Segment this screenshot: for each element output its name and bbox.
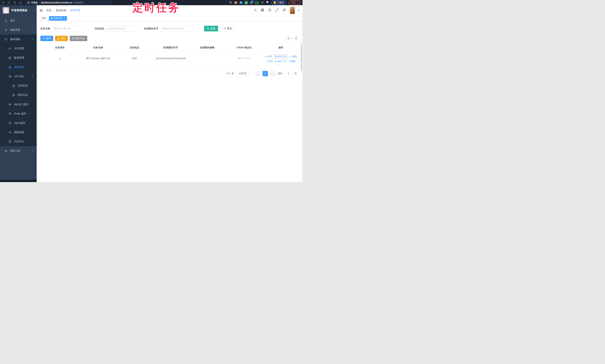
home-icon <box>4 19 7 22</box>
layers-icon <box>9 112 11 115</box>
bookmark-star-icon[interactable] <box>229 1 232 4</box>
delete-action[interactable]: 删除 <box>289 60 296 63</box>
sidebar-item-redis-monitor[interactable]: Redis 监控 <box>0 109 37 118</box>
reset-button[interactable]: 重置 <box>221 26 235 31</box>
page-number-1[interactable]: 1 <box>263 71 268 76</box>
monitor-cup-icon <box>9 122 11 124</box>
sidebar-item-log-center[interactable]: 日志中心 <box>0 137 37 146</box>
run-once-action[interactable]: 执行一次 <box>275 60 287 63</box>
job-name-input[interactable] <box>52 26 87 31</box>
job-status-cell: 开启 <box>117 56 152 61</box>
sidebar-item-home[interactable]: 首页 <box>0 16 37 25</box>
security-warning-icon <box>27 1 30 4</box>
browser-reload-icon[interactable] <box>13 1 16 4</box>
sidebar-item-error-log[interactable]: 错误日志 <box>0 91 37 100</box>
toggle-search-button[interactable] <box>286 36 291 41</box>
fullscreen-icon[interactable] <box>275 9 278 13</box>
extension-icon-grid[interactable] <box>250 1 253 4</box>
exec-log-action[interactable]: 执行日志 <box>274 54 288 59</box>
job-status-select[interactable]: 请选择任务状态 <box>106 26 141 31</box>
jobs-table: 任务编号 任务名称 任务状态 处理器的名字 处理器的参数 CRON 表达式 操作… <box>40 44 299 66</box>
sidebar-collapse-icon[interactable] <box>40 9 43 12</box>
exec-log-button[interactable]: 执行日志 <box>70 36 87 41</box>
detail-action[interactable]: 详细 <box>265 55 272 58</box>
tab-home[interactable]: 首页 <box>40 16 48 21</box>
url-bar[interactable]: 不安全 dashboard.yudao.iocoder.cn/infra/job <box>25 0 112 5</box>
extension-icon-blue[interactable] <box>240 1 242 4</box>
url-path: /infra/job <box>74 1 83 4</box>
page-size-select[interactable]: 10条/页 <box>236 71 253 76</box>
app-logo-row[interactable]: 芋道管理系统 <box>0 5 37 16</box>
tab-scheduled-jobs[interactable]: 定时任务 ✕ <box>49 16 67 21</box>
tab-label: 定时任务 <box>53 17 62 20</box>
chevron-down-icon <box>31 150 33 152</box>
download-icon <box>57 37 60 39</box>
add-button[interactable]: 新增 <box>40 36 53 41</box>
paused-label: 已暂停 <box>277 1 284 4</box>
extensions-puzzle-icon[interactable] <box>266 1 269 4</box>
breadcrumb-infra[interactable]: 基础设施 <box>56 9 66 12</box>
handler-param-cell <box>189 58 225 59</box>
sidebar-item-mysql-monitor[interactable]: MySQL 监控 <box>0 100 37 109</box>
handler-name-input[interactable] <box>160 26 195 31</box>
breadcrumb-home[interactable]: 首页 <box>46 9 52 12</box>
help-icon[interactable] <box>268 8 271 13</box>
col-cron: CRON 表达式 <box>225 45 263 50</box>
scrollbar-thumb[interactable] <box>301 43 302 71</box>
sidebar-item-access-log[interactable]: 访问日志 <box>0 81 37 91</box>
plus-icon <box>43 37 45 39</box>
job-name-cell: 用户 Session 超时 Job <box>79 56 117 61</box>
extension-on-badge[interactable]: on <box>255 1 259 4</box>
extension-icon-orange[interactable] <box>234 1 237 4</box>
export-button[interactable]: 导出 <box>55 36 68 41</box>
job-name-label: 任务名称 <box>40 27 50 30</box>
user-menu-caret-icon[interactable] <box>298 10 300 11</box>
font-size-icon[interactable] <box>282 9 286 12</box>
sidebar-item-label: 错误日志 <box>18 93 28 97</box>
profile-paused-badge[interactable]: 已暂停 <box>271 0 286 5</box>
pen-icon <box>290 55 292 57</box>
chrome-update-button[interactable]: 更新 <box>289 0 301 5</box>
pause-action[interactable]: 暂停 <box>266 60 273 63</box>
sidebar-item-config-manage[interactable]: 配置管理 <box>0 53 37 63</box>
browser-home-icon[interactable] <box>19 1 22 4</box>
browser-forward-icon[interactable] <box>8 1 10 4</box>
sidebar-item-java-monitor[interactable]: Java 监控 <box>0 118 37 128</box>
col-job-status: 任务状态 <box>117 45 152 50</box>
timer-icon <box>9 66 11 69</box>
extension-leaf-icon[interactable] <box>261 1 264 4</box>
next-page-button[interactable]: › <box>270 71 276 76</box>
sidebar-item-infra[interactable]: 基础设施 <box>0 35 37 44</box>
sidebar-item-system[interactable]: 系统管理 <box>0 25 37 35</box>
sidebar-item-trace[interactable]: 链路追踪 <box>0 128 37 137</box>
document-pen-icon <box>9 75 11 78</box>
extension-icon-green-v[interactable] <box>245 1 248 4</box>
document-pen-icon <box>12 94 15 97</box>
search-icon[interactable] <box>254 9 257 13</box>
app-logo <box>3 7 9 13</box>
browser-menu-kebab-icon[interactable] <box>298 1 298 4</box>
sidebar-item-scheduled-jobs[interactable]: 定时任务 <box>0 63 37 72</box>
sidebar-item-label: MySQL 监控 <box>14 103 28 106</box>
goto-page-input[interactable] <box>285 71 292 76</box>
sidebar-item-label: Redis 监控 <box>14 112 26 115</box>
prev-page-button[interactable]: ‹ <box>255 71 260 76</box>
github-icon[interactable] <box>261 8 264 13</box>
tags-view-bar: 首页 定时任务 ✕ <box>37 16 302 21</box>
handler-name-cell: sysUserSessionTimeoutJob <box>152 56 189 61</box>
chevron-down-icon <box>31 29 33 31</box>
browser-back-icon[interactable] <box>2 1 5 4</box>
url-host: dashboard.yudao.iocoder.cn <box>41 1 72 4</box>
user-avatar[interactable] <box>290 7 295 14</box>
sidebar-item-file-manage[interactable]: 文件管理 <box>0 44 37 53</box>
edit-action[interactable]: 修改 <box>290 55 297 58</box>
search-button[interactable]: 搜索 <box>204 26 218 31</box>
monitor-icon <box>4 38 7 41</box>
sidebar-item-dev-tools[interactable]: 研发工具 <box>0 146 37 156</box>
sidebar-item-api-log[interactable]: API 日志 <box>0 72 37 81</box>
refresh-icon <box>224 27 226 30</box>
cron-cell: 0 * * * * ? * <box>225 56 263 61</box>
refresh-table-button[interactable] <box>293 36 299 41</box>
tab-close-icon[interactable]: ✕ <box>64 17 65 19</box>
edit-square-icon <box>9 57 11 59</box>
